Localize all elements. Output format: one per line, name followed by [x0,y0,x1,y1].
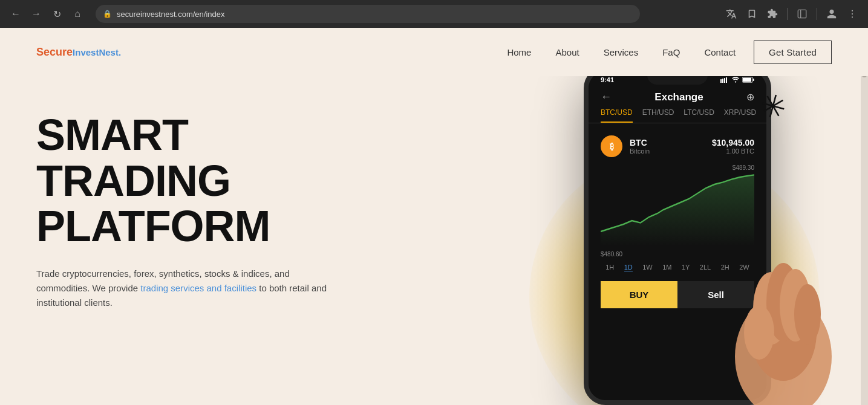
hero-title: SMART TRADING PLATFORM [36,112,339,250]
phone-app-header: ← Exchange ⊕ [589,86,766,108]
phone-screen-title: Exchange [654,91,703,103]
svg-point-2 [852,10,853,11]
page-scrollbar[interactable] [861,28,868,405]
browser-chrome: ← → ↻ ⌂ 🔒 secureinvestnest.com/en/index [0,0,868,28]
time-tab-1m[interactable]: 1M [662,264,671,271]
nav-faq[interactable]: FaQ [662,47,680,57]
phone-back-icon[interactable]: ← [601,91,612,103]
address-bar[interactable]: 🔒 secureinvestnest.com/en/index [96,5,640,23]
logo[interactable]: Secure InvestNest. [36,46,121,59]
hero-text: SMART TRADING PLATFORM Trade cryptocurre… [36,100,339,310]
svg-rect-8 [726,77,727,83]
browser-nav-buttons: ← → ↻ ⌂ [7,5,86,22]
menu-button[interactable] [844,5,861,22]
coin-price-value: $10,945.00 [712,138,754,147]
profile-button[interactable] [823,5,840,22]
svg-rect-10 [743,78,751,82]
hero-title-line1: SMART [36,111,188,159]
buy-button[interactable]: BUY [601,281,677,308]
nav-home[interactable]: Home [507,47,531,57]
time-tab-1y[interactable]: 1Y [682,264,690,271]
svg-rect-11 [753,79,754,81]
get-started-button[interactable]: Get Started [754,40,832,64]
address-security-icon: 🔒 [103,10,112,18]
time-tab-1h[interactable]: 1H [605,264,614,271]
website: Secure InvestNest. Home About Services F… [0,28,868,405]
svg-rect-7 [724,78,725,83]
divider [787,8,788,20]
hero-desc-highlight: trading services and facilities [140,283,256,293]
coin-details: BTC Bitcoin [630,138,705,155]
coin-btc-amount: 1.00 BTC [712,147,754,155]
time-tab-1d[interactable]: 1D [624,264,633,271]
phone-area: ✳ 9:41 [445,60,868,405]
nav-about[interactable]: About [555,47,579,57]
phone-currency-tabs: BTC/USD ETH/USD LTC/USD XRP/USD EOS [589,108,766,123]
translate-button[interactable] [723,5,740,22]
phone-tab-btc[interactable]: BTC/USD [601,108,633,123]
coin-symbol: BTC [630,138,705,147]
hero-section: SMART TRADING PLATFORM Trade cryptocurre… [0,76,868,405]
nav-contact[interactable]: Contact [704,47,736,57]
nav-links: Home About Services FaQ Contact [507,47,736,57]
hand-illustration [717,236,850,405]
phone-time: 9:41 [601,76,614,83]
forward-button[interactable]: → [28,5,45,22]
svg-rect-6 [722,79,723,83]
coin-icon-btc: ₿ [601,135,622,157]
extensions-button[interactable] [764,5,781,22]
browser-actions [723,5,861,22]
nav-services[interactable]: Services [604,47,639,57]
time-tab-1w[interactable]: 1W [642,264,653,271]
svg-point-4 [852,16,853,18]
hero-title-line2: TRADING [36,157,230,205]
svg-point-3 [852,13,853,15]
chart-svg [601,173,754,246]
hero-title-line3: PLATFORM [36,202,270,250]
phone-search-icon[interactable]: ⊕ [746,91,754,103]
divider2 [817,8,817,20]
coin-price-block: $10,945.00 1.00 BTC [712,138,754,155]
home-button[interactable]: ⌂ [69,5,86,22]
coin-info-row: ₿ BTC Bitcoin $10,945.00 1.00 BTC [589,128,766,164]
bookmark-button[interactable] [743,5,760,22]
refresh-button[interactable]: ↻ [48,5,65,22]
svg-point-17 [794,284,821,345]
sidebar-button[interactable] [794,5,811,22]
phone-status-icons [720,77,754,83]
svg-point-18 [744,305,774,360]
phone-tab-xrp[interactable]: XRP/USD [724,108,756,123]
phone-tab-eth[interactable]: ETH/USD [642,108,674,123]
svg-rect-0 [798,10,806,18]
chart-high-price: $489.30 [601,164,754,171]
svg-rect-5 [720,79,722,83]
phone-tab-ltc[interactable]: LTC/USD [684,108,714,123]
back-button[interactable]: ← [7,5,24,22]
navbar: Secure InvestNest. Home About Services F… [0,28,868,76]
url-text: secureinvestnest.com/en/index [117,10,224,19]
time-tab-2ll[interactable]: 2LL [700,264,711,271]
coin-full-name: Bitcoin [630,147,705,155]
hero-description: Trade cryptocurrencies, forex, synthetic… [36,267,339,310]
